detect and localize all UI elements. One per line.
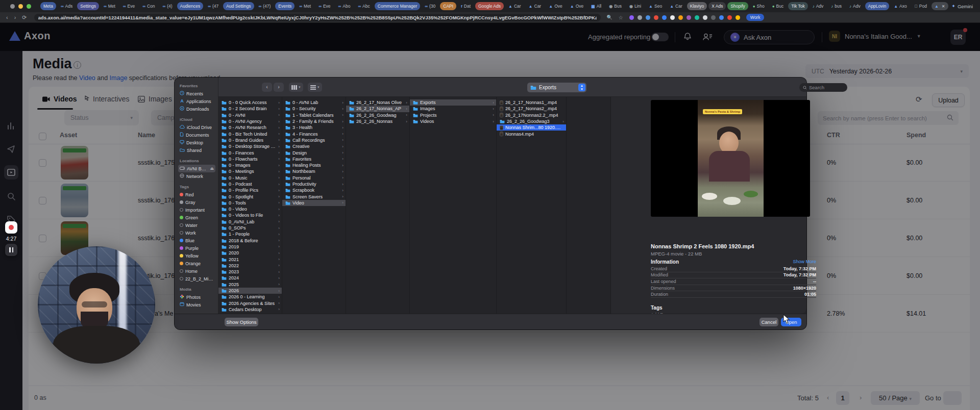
file-item[interactable]: Nonnas Shrim...80 1920.mp4 <box>497 124 566 131</box>
browser-tab[interactable]: Shopify <box>727 2 748 10</box>
browser-tab[interactable]: ∞Abo <box>335 2 354 10</box>
folder-item[interactable]: 0 - Images› <box>218 162 282 168</box>
folder-item[interactable]: 2024› <box>218 275 282 281</box>
browser-tab[interactable]: ∞Met <box>296 2 314 10</box>
extension-icon[interactable] <box>719 15 724 20</box>
reload-icon[interactable]: ⟳ <box>22 14 27 21</box>
folder-item[interactable]: 26_2_26_Nonnas› <box>346 118 409 124</box>
folder-item[interactable]: 0 - Finances› <box>218 149 282 156</box>
browser-tab-active[interactable]: ▲✕ <box>932 2 948 10</box>
sidebar-item-desktop[interactable]: Desktop <box>178 139 215 146</box>
eject-icon[interactable]: ⏏ <box>210 166 214 171</box>
folder-item[interactable]: 0 - Brand Guides› <box>218 137 282 143</box>
browser-tab[interactable]: ●Buc <box>769 2 787 10</box>
browser-tab[interactable]: ▲Car <box>667 2 685 10</box>
folder-item[interactable]: 2020› <box>218 250 282 256</box>
folder-item[interactable]: Northbeam› <box>282 168 346 174</box>
sidebar-item-recents[interactable]: Recents <box>178 90 215 97</box>
browser-tab[interactable]: Commerce Manager <box>375 2 420 10</box>
folder-item[interactable]: 1 - Tablet Calendars› <box>282 112 346 118</box>
gemini-tab[interactable]: ✦ Gemini <box>951 4 973 9</box>
extension-icon[interactable] <box>727 15 732 20</box>
zoom-window-button[interactable] <box>27 4 31 9</box>
sidebar-item-green[interactable]: Green <box>178 214 215 221</box>
folder-item[interactable]: Personal› <box>282 175 346 181</box>
browser-tab[interactable]: X Ads <box>708 2 726 10</box>
back-icon[interactable]: ‹ <box>6 14 8 20</box>
browser-tab[interactable]: ∞Ads <box>58 2 76 10</box>
browser-tab[interactable]: ∞Met <box>101 2 118 10</box>
folder-item[interactable]: 0 - Biz Tech United› <box>218 131 282 137</box>
folder-item[interactable]: 0 - 2 Second Brain› <box>218 106 282 112</box>
folder-item[interactable]: 2 - Family & Friends› <box>282 118 346 124</box>
sidebar-item-red[interactable]: Red <box>178 191 215 198</box>
folder-item[interactable]: 2026› <box>218 288 282 294</box>
folder-item[interactable]: 2025› <box>218 281 282 288</box>
folder-item[interactable]: 26_2_17_Nonnas_AP› <box>346 106 409 112</box>
sidebar-item-yellow[interactable]: Yellow <box>178 252 215 260</box>
folder-item[interactable]: Videos› <box>410 118 496 124</box>
folder-item[interactable]: 0_AVNI_Lab› <box>218 219 282 225</box>
browser-tab[interactable]: Audiences <box>177 2 204 10</box>
folder-item[interactable]: Favorites› <box>282 156 346 162</box>
browser-tab[interactable]: ●Sho <box>750 2 768 10</box>
folder-item[interactable]: 0 - Videos to File› <box>218 212 282 218</box>
folder-item[interactable]: Exports› <box>410 99 496 106</box>
folder-item[interactable]: 0 - Tools› <box>218 200 282 206</box>
folder-item[interactable]: 3 - Health› <box>282 124 346 131</box>
extension-icon[interactable] <box>646 15 650 20</box>
folder-item[interactable]: 1 - People› <box>218 231 282 237</box>
browser-tab[interactable]: Aud Settings <box>223 2 254 10</box>
sidebar-item-gray[interactable]: Gray <box>178 198 215 206</box>
browser-tab[interactable]: ▲Car <box>526 2 545 10</box>
sidebar-item-water[interactable]: Water <box>178 221 215 229</box>
folder-item[interactable]: 2026 0 - Learning› <box>218 294 282 300</box>
extension-icon[interactable] <box>654 15 658 20</box>
folder-item[interactable]: Images› <box>410 106 496 112</box>
browser-tab[interactable]: ∞(47) <box>256 2 274 10</box>
sidebar-item-shared[interactable]: Shared <box>178 146 215 154</box>
folder-item[interactable]: 2021› <box>218 256 282 262</box>
sidebar-item-downloads[interactable]: Downloads <box>178 105 215 113</box>
back-button[interactable]: ‹ <box>262 83 272 92</box>
folder-item[interactable]: Design› <box>282 149 346 156</box>
browser-tab[interactable]: ∞(4) <box>160 2 176 10</box>
folder-item[interactable]: Video› <box>282 200 346 206</box>
browser-tab[interactable]: ∞Abc <box>355 2 373 10</box>
browser-tab[interactable]: ∞Eve <box>120 2 138 10</box>
sidebar-item-22-b-2-mike-[interactable]: 22_B_2_Mike... <box>178 275 215 283</box>
folder-item[interactable]: Scrapbook› <box>282 187 346 193</box>
sidebar-item-movies[interactable]: Movies <box>178 301 215 309</box>
browser-tab[interactable]: ∞(30 <box>422 2 438 10</box>
address-bar[interactable]: ads.axon.ai/media?accountId=1224194411&m… <box>34 14 601 21</box>
browser-tab[interactable]: ▲Ove <box>567 2 587 10</box>
sidebar-item-work[interactable]: Work <box>178 229 215 237</box>
folder-item[interactable]: Call Recordings› <box>282 137 346 143</box>
file-item[interactable]: 26_2_17_Nonnas1_.mp4 <box>497 99 566 106</box>
forward-button[interactable]: › <box>274 83 284 92</box>
sidebar-item-home[interactable]: Home <box>178 267 215 275</box>
folder-item[interactable]: 0 - Spotlight› <box>218 193 282 199</box>
folder-item[interactable]: 0 - AVNI› <box>218 112 282 118</box>
browser-tab[interactable]: ∞Con <box>139 2 158 10</box>
folder-item[interactable]: Projects› <box>410 112 496 118</box>
browser-tab[interactable]: ▲Seo <box>646 2 665 10</box>
browser-tab[interactable]: ▲Car <box>505 2 524 10</box>
browser-tab[interactable]: ♪bus <box>828 2 845 10</box>
folder-item[interactable]: 0 - Security› <box>282 106 346 112</box>
extension-icon[interactable] <box>711 15 716 20</box>
folder-item[interactable]: Healing Posts› <box>282 162 346 168</box>
folder-item[interactable]: 26_2_17_Nonas Olive› <box>346 99 409 106</box>
browser-tab[interactable]: ∞Eve <box>315 2 333 10</box>
folder-item[interactable]: 0 - Video› <box>218 206 282 212</box>
folder-item[interactable]: Screen Savers› <box>282 193 346 199</box>
browser-tab[interactable]: ♪Adv <box>846 2 864 10</box>
extension-icon[interactable] <box>695 15 699 20</box>
group-by-button[interactable]: ▾ <box>308 83 322 92</box>
folder-item[interactable]: 0 - 0 Quick Access› <box>218 99 282 106</box>
browser-tab[interactable]: Settings <box>77 2 99 10</box>
folder-item[interactable]: 2018 & Before› <box>218 238 282 244</box>
folder-item[interactable]: 2026 Agencies & Sites› <box>218 300 282 306</box>
folder-item[interactable]: 2022› <box>218 263 282 269</box>
extension-icon[interactable] <box>703 15 707 20</box>
